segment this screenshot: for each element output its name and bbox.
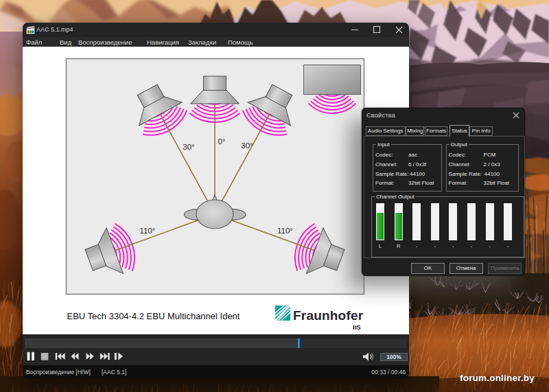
svg-text:Fraunhofer: Fraunhofer (293, 308, 364, 323)
svg-text:IIS: IIS (353, 323, 361, 331)
svg-text:30°: 30° (183, 143, 194, 151)
svg-text:110°: 110° (277, 227, 293, 235)
svg-text:30°: 30° (241, 141, 253, 150)
svg-text:0°: 0° (218, 137, 226, 146)
svg-text:110°: 110° (140, 227, 156, 235)
svg-text:EBU Tech 3304-4.2 EBU Multicha: EBU Tech 3304-4.2 EBU Multichannel Ident (67, 311, 240, 321)
